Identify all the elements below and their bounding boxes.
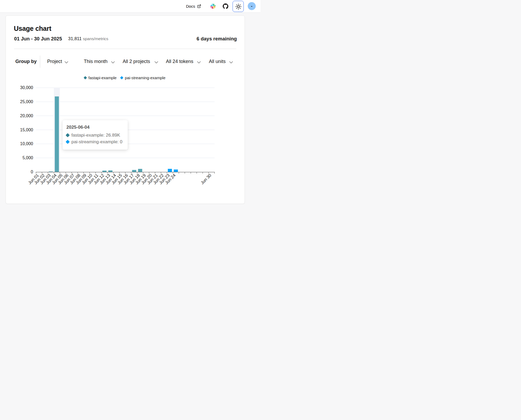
svg-text:30,000: 30,000: [20, 85, 33, 90]
svg-text:20,000: 20,000: [20, 114, 33, 118]
svg-text:Jun 30: Jun 30: [200, 173, 212, 185]
svg-text:0: 0: [31, 170, 33, 174]
svg-text:15,000: 15,000: [20, 128, 33, 132]
svg-text:10,000: 10,000: [20, 141, 33, 146]
svg-text:25,000: 25,000: [20, 99, 33, 104]
svg-text:5,000: 5,000: [22, 156, 33, 160]
